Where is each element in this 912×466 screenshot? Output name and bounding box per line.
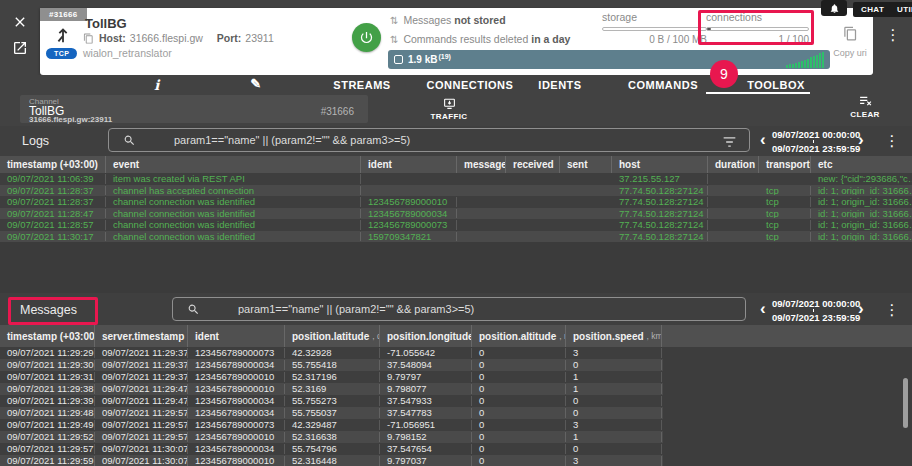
table-row[interactable]: 09/07/2021 11:28:57channel connection wa… <box>0 219 912 231</box>
tab-edit-pencil-icon[interactable]: ✎ <box>250 76 261 91</box>
channel-id-badge: #31666 <box>40 8 87 21</box>
connections-progress-track <box>706 27 809 31</box>
table-row[interactable]: 09/07/2021 11:29:3809/07/2021 11:29:4712… <box>0 383 663 395</box>
copy-icon <box>843 26 858 41</box>
messages-kebab-menu[interactable]: ⋮ <box>884 301 900 319</box>
table-cell: 77.74.50.128:27124 <box>612 197 708 207</box>
table-cell: 09/07/2021 11:29:39 <box>0 396 95 406</box>
table-row[interactable]: 09/07/2021 11:29:5909/07/2021 11:30:0712… <box>0 455 663 466</box>
column-header[interactable]: etc <box>811 156 912 173</box>
column-header[interactable]: duration <box>708 156 759 173</box>
messages-vertical-scrollbar[interactable] <box>903 378 908 428</box>
date-next-chevron[interactable]: › <box>858 132 864 148</box>
table-cell: 09/07/2021 11:28:37 <box>0 197 106 207</box>
column-header[interactable]: position.latitude, deg… <box>285 325 380 347</box>
header-kebab-menu[interactable]: ⋮ <box>885 26 901 44</box>
column-header[interactable]: ident <box>361 156 457 173</box>
traffic-summary-bar[interactable]: 1.9 kB (19) <box>388 50 830 69</box>
tab-streams[interactable]: STREAMS <box>333 79 390 91</box>
table-cell: channel connection was identified <box>106 209 361 219</box>
table-cell: 09/07/2021 11:30:17 <box>0 232 106 242</box>
date-prev-chevron[interactable]: ‹ <box>760 132 766 148</box>
column-header[interactable]: received <box>506 156 560 173</box>
table-row[interactable]: 09/07/2021 11:29:3009/07/2021 11:29:3712… <box>0 359 663 371</box>
table-cell: 37.547783 <box>380 408 472 418</box>
table-cell: 42.32928 <box>285 348 380 358</box>
table-row[interactable]: 09/07/2021 11:29:3909/07/2021 11:29:4712… <box>0 395 663 407</box>
table-cell: 123456789000034 <box>188 408 285 418</box>
column-header[interactable]: timestamp (+03:00) <box>0 325 95 347</box>
traffic-mini-bar <box>810 57 812 68</box>
chat-button[interactable]: CHAT <box>853 2 892 17</box>
table-row[interactable]: 09/07/2021 11:29:4809/07/2021 11:29:5712… <box>0 407 663 419</box>
clear-button[interactable]: CLEAR <box>844 95 886 119</box>
logs-toolbar: Logs ‹ 09/07/2021 00:00:00 09/07/2021 23… <box>0 126 912 156</box>
storage-label: storage <box>602 11 707 23</box>
table-cell: 09/07/2021 11:28:47 <box>0 209 106 219</box>
column-header[interactable]: server.timestamp (+0… <box>95 325 188 347</box>
table-cell: 0 <box>472 348 566 358</box>
column-header[interactable] <box>662 325 912 347</box>
column-header[interactable]: position.longitude, d… <box>380 325 472 347</box>
clear-list-icon <box>858 95 873 107</box>
table-row[interactable]: 09/07/2021 11:29:5209/07/2021 11:29:5712… <box>0 431 663 443</box>
table-row[interactable]: 09/07/2021 11:06:39item was created via … <box>0 173 912 185</box>
utils-button[interactable]: UTILS <box>889 2 912 17</box>
traffic-button[interactable]: TRAFFIC <box>420 95 478 123</box>
logs-search-input[interactable] <box>174 134 722 146</box>
logs-table-header: timestamp (+03:00)eventidentmessagesrece… <box>0 156 912 173</box>
tab-commands[interactable]: COMMANDS <box>628 79 698 91</box>
logs-date-range[interactable]: 09/07/2021 00:00:00 09/07/2021 23:59:59 <box>772 129 854 154</box>
column-header[interactable]: event <box>106 156 361 173</box>
copy-host-icon[interactable] <box>83 33 94 44</box>
table-cell: 0 <box>472 408 566 418</box>
table-row[interactable]: 09/07/2021 11:29:3109/07/2021 11:29:3712… <box>0 371 663 383</box>
table-cell: channel has accepted connection <box>106 186 361 196</box>
table-cell: 09/07/2021 11:29:38 <box>0 384 95 394</box>
table-row[interactable]: 09/07/2021 11:29:2909/07/2021 11:29:3712… <box>0 347 663 359</box>
table-row[interactable]: 09/07/2021 11:30:17channel connection wa… <box>0 231 912 243</box>
table-row[interactable]: 09/07/2021 11:28:47channel connection wa… <box>0 208 912 220</box>
column-header[interactable]: host <box>612 156 708 173</box>
table-cell: tcp <box>759 232 811 242</box>
messages-date-range[interactable]: 09/07/2021 00:00:00 09/07/2021 23:59:59 <box>772 298 854 323</box>
close-icon[interactable] <box>12 14 30 32</box>
table-cell: 9.798077 <box>380 384 472 394</box>
logs-kebab-menu[interactable]: ⋮ <box>884 132 900 150</box>
table-cell: 0 <box>472 372 566 382</box>
table-cell: 3 <box>566 420 662 430</box>
date-prev-chevron[interactable]: ‹ <box>760 301 766 317</box>
copy-uri-button[interactable]: Copy uri <box>828 26 872 58</box>
column-header[interactable]: transport <box>759 156 811 173</box>
table-cell: 123456789000010 <box>188 432 285 442</box>
column-header[interactable]: timestamp (+03:00) <box>0 156 106 173</box>
table-cell: 123456789000073 <box>188 348 285 358</box>
tab-info[interactable]: i <box>154 77 160 93</box>
messages-search-input[interactable] <box>238 303 745 315</box>
filter-icon[interactable] <box>722 134 737 146</box>
column-header[interactable]: sent <box>560 156 612 173</box>
date-to: 09/07/2021 23:59:59 <box>772 312 854 323</box>
table-row[interactable]: 09/07/2021 11:28:37channel has accepted … <box>0 185 912 197</box>
open-in-new-icon[interactable] <box>12 40 30 58</box>
tab-toolbox[interactable]: TOOLBOX <box>747 79 805 91</box>
power-toggle-button[interactable] <box>352 23 381 52</box>
column-header[interactable]: ident <box>188 325 285 347</box>
notifications-bell-icon[interactable] <box>821 0 847 16</box>
date-to: 09/07/2021 23:59:59 <box>772 143 854 154</box>
table-row[interactable]: 09/07/2021 11:28:37channel connection wa… <box>0 196 912 208</box>
messages-table-body: 09/07/2021 11:29:2909/07/2021 11:29:3712… <box>0 347 912 466</box>
column-header[interactable]: position.speed, km/h <box>566 325 662 347</box>
column-header[interactable]: position.altitude, met… <box>472 325 566 347</box>
channel-selector[interactable]: Channel TollBG 31666.flespi.gw:23911 #31… <box>20 95 368 123</box>
tab-idents[interactable]: IDENTS <box>538 79 581 91</box>
connections-value: 1 / 100 <box>706 34 809 45</box>
traffic-mini-bar <box>786 65 788 68</box>
table-cell: 09/07/2021 11:29:57 <box>95 432 188 442</box>
table-row[interactable]: 09/07/2021 11:29:5709/07/2021 11:30:0712… <box>0 443 663 455</box>
date-next-chevron[interactable]: › <box>858 301 864 317</box>
column-header[interactable]: messages <box>457 156 506 173</box>
table-row[interactable]: 09/07/2021 11:29:4909/07/2021 11:29:5712… <box>0 419 663 431</box>
table-cell: 123456789000073 <box>188 420 285 430</box>
tab-connections[interactable]: CONNECTIONS <box>427 79 514 91</box>
